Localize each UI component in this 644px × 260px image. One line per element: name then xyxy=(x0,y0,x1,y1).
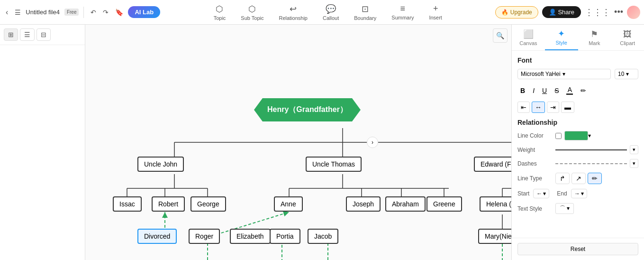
style-tab-icon: ✦ xyxy=(558,28,565,39)
panel-collapse-arrow[interactable]: › xyxy=(367,137,378,148)
divorced-box: Divorced xyxy=(137,229,177,244)
boundary-tool[interactable]: ⊡ Boundary xyxy=(350,2,380,23)
topic-tool[interactable]: ⬡ Topic xyxy=(210,2,230,23)
subtopic-tool[interactable]: ⬡ Sub Topic xyxy=(237,2,267,23)
align-justify-button[interactable]: ▬ xyxy=(561,102,574,113)
canvas-area[interactable]: 🔍 xyxy=(85,25,511,260)
font-size-arrow: ▾ xyxy=(626,71,629,77)
font-color-button[interactable]: A xyxy=(563,84,576,97)
clipart-tab-icon: 🖼 xyxy=(623,29,632,39)
callout-tool[interactable]: 💬 Callout xyxy=(319,2,343,23)
ai-lab-button[interactable]: AI Lab xyxy=(128,6,160,18)
start-control[interactable]: ← ▾ xyxy=(533,189,549,198)
portia-node[interactable]: Portia xyxy=(270,229,300,244)
robert-node[interactable]: Robert xyxy=(152,196,185,212)
dashes-row: Dashes ▾ xyxy=(517,159,638,168)
abraham-box: Abraham xyxy=(385,196,426,212)
helena-node[interactable]: Helena (Sister) xyxy=(480,196,511,212)
table-view-button[interactable]: ⊟ xyxy=(36,28,51,41)
end-control[interactable]: → ▾ xyxy=(571,189,587,198)
align-right-button[interactable]: ⇥ xyxy=(547,102,559,113)
redo-button[interactable]: ↷ xyxy=(101,7,110,18)
joseph-node[interactable]: Joseph xyxy=(346,196,381,212)
greene-box: Greene xyxy=(426,196,462,212)
italic-button[interactable]: I xyxy=(530,84,537,97)
line-type-angled[interactable]: ↗ xyxy=(571,173,586,184)
abraham-node[interactable]: Abraham xyxy=(385,196,426,212)
anne-node[interactable]: Anne xyxy=(274,196,303,212)
dashes-control: ▾ xyxy=(555,159,638,168)
back-button[interactable]: ‹ xyxy=(4,6,10,19)
uncle-john-node[interactable]: Uncle John xyxy=(137,157,184,172)
subtopic-icon: ⬡ xyxy=(248,4,256,14)
underline-button[interactable]: U xyxy=(539,84,550,97)
line-type-curved[interactable]: ↱ xyxy=(555,173,570,184)
insert-tool[interactable]: + Insert xyxy=(425,2,446,22)
jacob-node[interactable]: Jacob xyxy=(308,229,338,244)
share-button[interactable]: 👤 Share xyxy=(542,6,581,18)
relationship-tool[interactable]: ↩ Relationship xyxy=(275,2,311,23)
line-color-swatch[interactable] xyxy=(564,131,588,140)
align-center-button[interactable]: ↔ xyxy=(532,102,545,113)
pen-button[interactable]: ✏ xyxy=(578,84,589,97)
relationship-icon: ↩ xyxy=(290,4,297,14)
line-type-straight[interactable]: ✏ xyxy=(588,173,602,184)
menu-button[interactable]: ☰ xyxy=(13,7,23,18)
summary-tool[interactable]: ≡ Summary xyxy=(388,2,417,22)
tab-canvas[interactable]: ⬜ Canvas xyxy=(512,25,545,50)
weight-preview xyxy=(555,149,627,150)
bold-button[interactable]: B xyxy=(517,84,528,97)
divorced-node[interactable]: Divorced xyxy=(137,229,177,244)
roger-node[interactable]: Roger xyxy=(189,229,220,244)
search-button[interactable]: 🔍 xyxy=(493,28,508,43)
canvas-tab-icon: ⬜ xyxy=(523,29,534,39)
subtopic-label: Sub Topic xyxy=(241,15,263,21)
more-icon[interactable]: ••• xyxy=(614,7,623,17)
toolbar-left: ‹ ☰ Untitled file4 Free ↶ ↷ 🔖 AI Lab xyxy=(4,6,160,19)
weight-row: Weight ▾ xyxy=(517,145,638,154)
connections-svg xyxy=(85,25,511,260)
line-color-dropdown[interactable]: ▾ xyxy=(588,132,591,139)
font-size-selector[interactable]: 10 ▾ xyxy=(615,69,638,79)
undo-button[interactable]: ↶ xyxy=(89,7,98,18)
view-toggle: ⊞ ☰ ⊟ xyxy=(0,25,85,45)
save-button[interactable]: 🔖 xyxy=(113,7,125,18)
mary-node[interactable]: Mary(Niece) xyxy=(478,229,511,244)
root-node[interactable]: Henry（Grandfather） xyxy=(254,98,361,121)
weight-dropdown[interactable]: ▾ xyxy=(630,145,638,154)
list-view-button[interactable]: ☰ xyxy=(20,28,35,41)
line-color-checkbox[interactable] xyxy=(555,133,562,139)
strikethrough-button[interactable]: S xyxy=(552,84,562,97)
greene-node[interactable]: Greene xyxy=(426,196,462,212)
font-size-value: 10 xyxy=(618,71,624,77)
tab-clipart[interactable]: 🖼 Clipart xyxy=(611,26,644,50)
george-node[interactable]: George xyxy=(190,196,226,212)
font-family-row: Microsoft YaHei ▾ 10 ▾ xyxy=(517,69,638,79)
dashes-label: Dashes xyxy=(517,160,555,167)
clipart-tab-label: Clipart xyxy=(620,40,635,46)
weight-control: ▾ xyxy=(555,145,638,154)
upgrade-button[interactable]: 🔥 Upgrade xyxy=(495,6,538,19)
grid-icon[interactable]: ⋮⋮⋮ xyxy=(585,7,610,18)
tab-mark[interactable]: ⚑ Mark xyxy=(578,25,611,50)
tab-style[interactable]: ✦ Style xyxy=(545,25,578,50)
uncle-thomas-box: Uncle Thomas xyxy=(306,157,362,172)
align-left-button[interactable]: ⇤ xyxy=(517,102,530,113)
font-family-selector[interactable]: Microsoft YaHei ▾ xyxy=(517,69,611,79)
boundary-icon: ⊡ xyxy=(362,4,369,14)
uncle-thomas-node[interactable]: Uncle Thomas xyxy=(306,157,362,172)
callout-label: Callout xyxy=(323,15,339,21)
search-container: 🔍 xyxy=(493,28,508,43)
font-color-bar xyxy=(566,93,573,95)
grid-view-button[interactable]: ⊞ xyxy=(4,28,18,41)
panel-footer: Reset xyxy=(512,238,644,260)
avatar[interactable] xyxy=(627,6,640,19)
dashes-dropdown[interactable]: ▾ xyxy=(630,159,638,168)
reset-button[interactable]: Reset xyxy=(517,243,638,255)
elizabeth-node[interactable]: Elizabeth xyxy=(230,229,271,244)
pen-icon: ✏ xyxy=(581,87,586,94)
edward-node[interactable]: Edward (Father) xyxy=(474,157,511,172)
callout-icon: 💬 xyxy=(326,4,336,14)
issac-node[interactable]: Issac xyxy=(113,196,142,212)
text-style-dropdown[interactable]: ⌒ ▾ xyxy=(555,203,574,214)
